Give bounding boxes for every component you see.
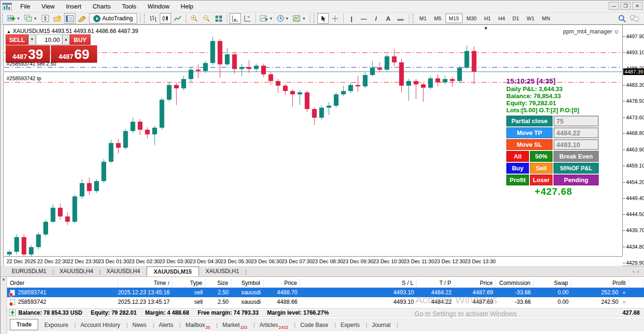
time-axis[interactable]: 22 Dec 202522 Dec 22:3022 Dec 23:3023 De… [4,256,622,266]
menu-file[interactable]: File [15,1,36,12]
crosshair-button[interactable] [330,13,341,24]
timeframe-mn[interactable]: MN [539,14,553,23]
bar-chart-button[interactable] [148,13,159,24]
menu-window[interactable]: Window [142,1,175,12]
chart-tab-xauusdi-h1[interactable]: XAUUSDi,H1| [199,267,246,276]
minimize-button[interactable]: — [609,2,619,10]
timeframe-w1[interactable]: W1 [523,14,538,23]
buy-price-box[interactable]: 448769 [51,45,97,63]
break-even-button[interactable]: Break Even [553,151,599,162]
terminal-tab-market[interactable]: Market163| [216,320,254,330]
periods-button[interactable]: ▼ [275,13,290,24]
column-header-type[interactable]: Type [173,279,206,287]
chart-shift-marker[interactable]: ▼ [484,26,488,31]
move-tp-input[interactable] [553,127,599,138]
column-header-profit[interactable]: Profit [571,279,629,287]
column-header-size[interactable]: Size [206,279,231,287]
price-axis[interactable]: 4497.904493.104488.204483.304478.504473.… [622,25,644,256]
shapes-tool[interactable]: ▬ [395,13,406,24]
line-chart-button[interactable] [172,13,183,24]
auto-scroll-button[interactable] [230,13,241,24]
strategy-tester-button[interactable] [76,13,88,24]
trendline-tool[interactable]: / [371,13,382,24]
column-header-tp[interactable]: T / P [417,279,454,287]
menu-insert[interactable]: Insert [60,1,87,12]
terminal-tab-news[interactable]: News| [126,320,153,330]
column-header-price[interactable]: Price [454,279,496,287]
terminal-tab-alerts[interactable]: Alerts| [153,320,180,330]
close-sell-button[interactable]: Sell [530,163,553,174]
timeframe-h1[interactable]: H1 [481,14,494,23]
terminal-close-icon[interactable]: ✕ [2,277,6,282]
restore-button[interactable]: ❐ [620,2,631,10]
timeframe-m5[interactable]: M5 [431,14,445,23]
terminal-tab-experts[interactable]: Experts| [334,320,366,330]
menu-view[interactable]: View [36,1,60,12]
scroll-right-icon[interactable]: › [637,268,642,274]
partial-close-button[interactable]: Partial close [506,116,553,126]
scroll-left-icon[interactable]: ‹ [633,268,637,274]
column-header-swap[interactable]: Swap [534,279,571,287]
close-order-icon[interactable]: ✕ [622,300,626,305]
menu-help[interactable]: Help [175,1,199,12]
chart-shift-button[interactable] [242,13,253,24]
horizontal-line-tool[interactable]: — [358,13,370,24]
move-sl-input[interactable] [553,139,599,150]
timeframe-m30[interactable]: M30 [463,14,480,23]
menu-tools[interactable]: Tools [116,1,142,12]
autotrading-button[interactable]: AutoTrading [89,13,137,24]
terminal-tab-code-base[interactable]: Code Base| [294,320,334,330]
sell-price-box[interactable]: 448739 [6,45,50,63]
tile-windows-button[interactable] [213,13,224,24]
menu-charts[interactable]: Charts [87,1,116,12]
candlestick-button[interactable] [160,13,171,24]
volume-down-button[interactable]: ▼ [28,34,36,45]
sell-button[interactable]: SELL [6,34,28,45]
chat-button[interactable] [628,13,641,24]
timeframe-h4[interactable]: H4 [495,14,508,23]
close-loser-button[interactable]: Loser [530,175,553,185]
close-buy-button[interactable]: Buy [506,163,529,174]
column-header-symbol[interactable]: Symbol [231,279,264,287]
terminal-toggle-button[interactable] [64,13,75,24]
close-order-icon[interactable]: ✕ [622,290,626,295]
column-header-commission[interactable]: Commission [496,279,534,287]
collapse-icon[interactable]: ▲ [7,29,11,34]
buy-button[interactable]: BUY [70,34,91,45]
vertical-line-tool[interactable]: | [346,13,357,24]
close-50-button[interactable]: 50% [530,151,553,162]
close-pending-button[interactable]: Pending [553,175,599,185]
timeframe-d1[interactable]: D1 [509,14,522,23]
close-profit-button[interactable]: Profit [506,175,529,185]
terminal-tab-exposure[interactable]: Exposure| [38,320,74,330]
move-sl-button[interactable]: Move SL [506,139,553,150]
timeframe-m15[interactable]: M15 [446,14,462,23]
terminal-tab-articles[interactable]: Articles2433| [254,320,294,330]
text-tool[interactable]: A [383,13,394,24]
column-header-price[interactable]: Price [264,279,300,287]
tab-scroll-arrows[interactable]: ‹› [633,268,642,274]
chart-tab-xauusdi-m15[interactable]: XAUUSDi,M15 [147,267,199,276]
zoom-in-button[interactable] [189,13,200,24]
volume-input[interactable] [36,34,62,45]
close-all-button[interactable]: All [506,151,529,162]
market-watch-button[interactable] [40,13,51,24]
terminal-tab-trade[interactable]: Trade [10,319,38,330]
navigator-button[interactable] [52,13,63,24]
column-header-order[interactable]: Order [7,279,118,287]
templates-button[interactable]: ▼ [291,13,307,24]
chart-tab-xauusdi-h4[interactable]: XAUUSDi,H4| [53,267,99,276]
profiles-button[interactable]: ▼ [23,13,39,24]
chart-tab-eurusdi-m1[interactable]: EURUSDi,M1| [5,267,53,276]
indicators-button[interactable]: ▼ [258,13,274,24]
volume-up-button[interactable]: ▲ [62,34,70,45]
column-header-time[interactable]: Time / [118,279,173,287]
cursor-button[interactable] [317,13,329,24]
partial-close-input[interactable] [553,116,599,126]
chart-tab-xauusdi-h4[interactable]: XAUUSDi,H4| [100,267,147,276]
new-order-button[interactable]: ▼ [6,13,22,24]
order-row[interactable]: 2585937422025.12.23 13:45:17sell2.50xauu… [7,297,644,307]
terminal-tab-journal[interactable]: Journal| [366,320,396,330]
search-button[interactable] [616,13,627,24]
terminal-tab-account-history[interactable]: Account History| [74,320,126,330]
